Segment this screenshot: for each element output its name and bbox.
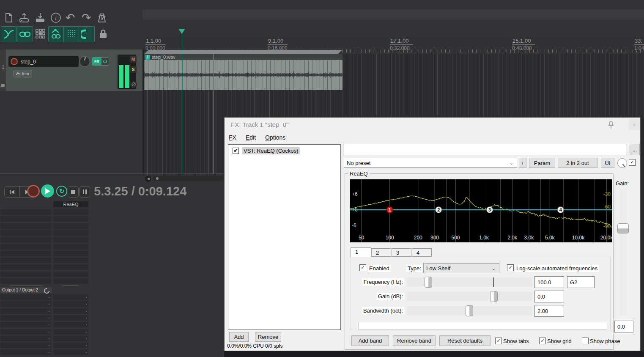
eq-band-marker-4[interactable]: 4 (557, 207, 564, 213)
param-row[interactable] (0, 315, 51, 321)
band-tab-2[interactable]: 2 (371, 248, 391, 257)
mute-button[interactable]: M (130, 56, 137, 63)
output-routing-row[interactable]: Output 1 / Output 2 (0, 287, 52, 293)
param-row[interactable] (0, 336, 51, 341)
snap-grid-icon[interactable] (63, 26, 79, 42)
band-type-dropdown[interactable]: Low Shelf⌄ (423, 263, 499, 273)
open-project-icon[interactable] (18, 12, 30, 24)
param-row[interactable] (0, 322, 51, 327)
param-row[interactable] (0, 244, 51, 250)
eq-graph[interactable]: 501002003005001.0k2.0k3.0k5.0k10.0k20.0k… (350, 179, 612, 242)
repeat-button[interactable]: ↻ (56, 186, 67, 197)
band-enabled-checkbox[interactable]: ✓ (359, 264, 366, 271)
media-item[interactable]: i step_0.wav (144, 54, 343, 90)
trim-envelope-button[interactable]: trim (14, 70, 32, 77)
param-row[interactable] (0, 264, 51, 270)
record-button[interactable] (27, 185, 40, 198)
more-button[interactable]: ... (630, 144, 640, 155)
fx-comment-field[interactable] (343, 144, 627, 155)
close-window-button[interactable]: × (629, 119, 640, 130)
track-fx-button[interactable]: FX (92, 58, 101, 65)
param-row[interactable] (53, 264, 88, 270)
band-tab-4[interactable]: 4 (412, 248, 432, 257)
metronome-icon[interactable] (96, 12, 108, 24)
param-row[interactable] (53, 349, 88, 355)
project-info-icon[interactable]: i (49, 12, 62, 24)
param-row[interactable] (53, 237, 88, 242)
io-routing-button[interactable]: 2 in 2 out (558, 158, 597, 168)
slider-value[interactable]: 100.0 (534, 276, 564, 288)
param-row[interactable] (53, 336, 88, 341)
fx-enabled-checkbox[interactable]: ✓ (629, 159, 636, 166)
param-row[interactable] (0, 272, 51, 277)
horizontal-scrollbar[interactable] (153, 176, 224, 181)
show-phase-checkbox[interactable] (582, 338, 589, 344)
save-preset-button[interactable]: + (519, 158, 526, 168)
param-row[interactable] (53, 322, 88, 327)
band-tab-3[interactable]: 3 (392, 248, 411, 257)
param-row[interactable] (53, 278, 88, 284)
param-row[interactable] (0, 343, 51, 348)
param-row[interactable] (0, 216, 51, 222)
param-row[interactable] (53, 223, 88, 229)
param-button[interactable]: Param (529, 158, 555, 168)
pin-window-icon[interactable] (607, 121, 615, 129)
param-row[interactable] (0, 237, 51, 242)
record-arm-button[interactable] (11, 58, 18, 65)
remove-fx-button[interactable]: Remove (255, 332, 281, 342)
param-row[interactable] (53, 209, 88, 215)
param-row[interactable] (0, 301, 51, 307)
track-panel[interactable]: step_0 FX trim M S ∅ (6, 49, 143, 91)
output-gain-value[interactable]: 0.0 (614, 321, 633, 332)
add-band-button[interactable]: Add band (351, 335, 389, 346)
param-row[interactable] (53, 230, 88, 236)
solo-button[interactable]: S (130, 66, 137, 73)
menu-edit[interactable]: Edit (246, 134, 256, 141)
play-button[interactable] (41, 184, 54, 198)
track-name[interactable]: step_0 (21, 59, 36, 65)
phase-invert-button[interactable]: ∅ (130, 81, 137, 88)
param-row[interactable] (53, 251, 88, 256)
item-grouping-icon[interactable] (17, 26, 33, 42)
media-item-header[interactable]: i step_0.wav (144, 54, 343, 60)
redo-icon[interactable]: ↷ (80, 12, 93, 24)
scroll-left-button[interactable]: ◀ (145, 176, 151, 182)
plugin-list-item[interactable]: ✔VST: ReaEQ (Cockos) (228, 146, 340, 155)
play-cursor-handle[interactable] (178, 29, 185, 34)
eq-band-marker-2[interactable]: 2 (436, 207, 442, 213)
reset-defaults-button[interactable]: Reset defaults (439, 335, 491, 346)
new-project-icon[interactable] (3, 12, 15, 24)
docker-icon[interactable] (33, 26, 48, 41)
slider-value[interactable]: 0.0 (534, 291, 564, 302)
menu-fx[interactable]: FX (229, 134, 236, 141)
show-grid-checkbox[interactable]: ✓ (539, 338, 546, 344)
show-tabs-checkbox[interactable]: ✓ (495, 338, 502, 344)
param-row[interactable] (53, 315, 88, 321)
param-row[interactable] (0, 278, 51, 284)
item-info-icon[interactable]: i (145, 55, 150, 60)
param-row[interactable] (53, 258, 88, 263)
slider-thumb-2[interactable] (466, 305, 473, 316)
param-row[interactable] (0, 294, 51, 300)
timeline-ruler[interactable]: 1.1.000:00.0009.1.000:16.00017.1.000:32.… (144, 36, 644, 54)
time-selection-bar[interactable] (144, 50, 342, 54)
lock-icon[interactable] (96, 26, 111, 41)
fx-chain-window[interactable]: FX: Track 1 "step_0" × FXEditOptions ✔VS… (224, 117, 641, 351)
slider-value[interactable]: 2.00 (534, 305, 564, 317)
pan-knob-icon[interactable] (43, 287, 50, 294)
plugin-list[interactable]: ✔VST: ReaEQ (Cockos) (228, 144, 341, 330)
add-fx-button[interactable]: Add (229, 332, 249, 342)
param-row[interactable] (0, 230, 51, 236)
param-row[interactable] (0, 308, 51, 314)
item-waveform-area[interactable] (144, 60, 343, 90)
param-row[interactable] (53, 216, 88, 222)
panel-separator[interactable] (143, 49, 144, 176)
envelope-points-icon[interactable] (48, 26, 64, 42)
remove-band-button[interactable]: Remove band (393, 335, 436, 346)
track-name-box[interactable]: step_0 (8, 56, 79, 67)
param-row[interactable] (53, 301, 88, 307)
band-tab-1[interactable]: 1 (351, 247, 371, 257)
stop-button[interactable] (68, 186, 79, 198)
param-row[interactable] (0, 258, 51, 263)
param-row[interactable] (53, 308, 88, 314)
